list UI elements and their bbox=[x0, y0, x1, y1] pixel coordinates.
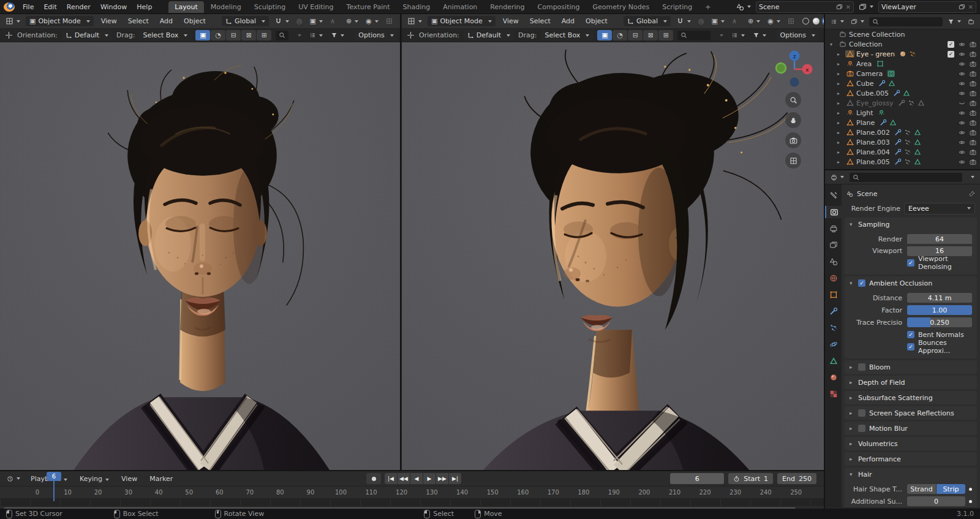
tab-modifiers[interactable] bbox=[825, 305, 842, 317]
exclude-checkbox[interactable]: ✓ bbox=[948, 41, 954, 48]
play-button[interactable]: ▶ bbox=[423, 473, 435, 484]
show-gizmo-icon[interactable]: ⊕ bbox=[746, 16, 762, 26]
playhead[interactable]: 6 bbox=[47, 472, 61, 501]
hair-panel-header[interactable]: ▾Hair bbox=[845, 468, 977, 481]
tab-physics[interactable] bbox=[825, 338, 842, 350]
drag-mode-dropdown[interactable]: Select Box bbox=[139, 30, 191, 40]
filter-icon[interactable] bbox=[329, 30, 346, 40]
outliner-row-object[interactable]: ▸ Area bbox=[825, 59, 980, 69]
jump-to-start-button[interactable]: |◀ bbox=[385, 473, 397, 484]
expand-icon[interactable]: ▸ bbox=[837, 140, 845, 145]
viewport-denoising-checkbox[interactable]: ✓ bbox=[907, 259, 914, 267]
hide-viewport-toggle[interactable] bbox=[959, 139, 965, 146]
snap-magnet-icon[interactable] bbox=[273, 16, 291, 26]
tab-texture[interactable] bbox=[825, 388, 842, 400]
expand-icon[interactable]: ▸ bbox=[837, 100, 845, 106]
outliner-row-object[interactable]: ▸ Light bbox=[825, 108, 980, 118]
outliner-row-object[interactable]: ▸ Plane.003 bbox=[825, 137, 980, 147]
expand-icon[interactable]: ▸ bbox=[837, 130, 845, 135]
menu-object[interactable]: Object bbox=[582, 16, 611, 26]
disable-render-toggle[interactable] bbox=[970, 129, 976, 136]
select-set-button[interactable]: ▣ bbox=[195, 30, 210, 40]
expand-icon[interactable]: ▸ bbox=[837, 61, 845, 67]
menu-view[interactable]: View bbox=[499, 16, 522, 26]
menu-help[interactable]: Help bbox=[132, 2, 156, 12]
orientation-dropdown[interactable]: Global bbox=[222, 16, 269, 26]
unlink-scene-icon[interactable]: ✕ bbox=[846, 4, 851, 10]
orientation-dropdown[interactable]: Global bbox=[624, 16, 671, 26]
timeline-track-area[interactable] bbox=[0, 499, 824, 506]
outliner-row-object[interactable]: ▸ Cube.005 bbox=[825, 88, 980, 98]
editor-type-button[interactable] bbox=[405, 16, 424, 26]
tab-world[interactable] bbox=[825, 272, 842, 284]
editor-type-button[interactable] bbox=[4, 16, 22, 26]
ao-factor-slider[interactable]: 1.00 bbox=[907, 305, 972, 315]
show-overlays-icon[interactable]: ◉ bbox=[766, 16, 782, 26]
hidden-eye-icon[interactable] bbox=[959, 100, 965, 107]
snap-magnet-icon[interactable] bbox=[674, 16, 693, 26]
outliner-row-object[interactable]: ▸ Camera bbox=[825, 69, 980, 78]
ortho-toggle-icon[interactable] bbox=[785, 153, 801, 169]
tab-layout[interactable]: Layout bbox=[168, 1, 203, 13]
bloom-checkbox[interactable] bbox=[858, 363, 865, 371]
new-viewlayer-icon[interactable] bbox=[959, 4, 965, 10]
tab-compositing[interactable]: Compositing bbox=[532, 1, 586, 13]
hide-viewport-toggle[interactable] bbox=[959, 80, 965, 87]
timeline-editor-type-icon[interactable] bbox=[5, 474, 22, 484]
show-gizmo-icon[interactable]: ⊕ bbox=[344, 16, 360, 26]
start-frame-field[interactable]: Start 1 bbox=[728, 473, 773, 484]
properties-editor-type-icon[interactable] bbox=[829, 172, 846, 183]
tab-shading[interactable]: Shading bbox=[397, 1, 437, 13]
camera-view-icon[interactable] bbox=[785, 132, 801, 148]
hide-viewport-toggle[interactable] bbox=[959, 159, 965, 165]
timeline-view-menu[interactable]: View bbox=[118, 474, 141, 484]
bloom-panel-header[interactable]: ▸ Bloom bbox=[845, 360, 977, 374]
disable-render-toggle[interactable] bbox=[970, 70, 976, 77]
outliner-search-input[interactable] bbox=[869, 17, 943, 26]
outliner-row-object[interactable]: ▸ Cube bbox=[825, 78, 980, 88]
menu-add[interactable]: Add bbox=[558, 16, 578, 26]
hide-viewport-toggle[interactable] bbox=[959, 51, 965, 58]
tool-orientation-dropdown[interactable]: Default bbox=[464, 30, 514, 40]
viewlayer-browse-icon[interactable] bbox=[859, 3, 873, 11]
depth-of-field-panel-header[interactable]: ▸Depth of Field bbox=[845, 376, 977, 389]
tab-tool[interactable] bbox=[825, 189, 842, 202]
sampling-render-field[interactable]: 64 bbox=[907, 234, 972, 244]
disable-render-toggle[interactable] bbox=[970, 100, 976, 107]
current-frame-field[interactable]: 6 bbox=[670, 473, 724, 484]
toggle-xray-icon[interactable] bbox=[786, 16, 796, 26]
expand-icon[interactable]: ▸ bbox=[837, 51, 845, 57]
view-object-types-icon[interactable] bbox=[307, 30, 325, 40]
tool-extra-dropdown[interactable] bbox=[715, 30, 725, 40]
properties-search-input[interactable] bbox=[850, 173, 962, 182]
outliner-row-object[interactable]: ▸ Plane bbox=[825, 118, 980, 127]
motion-blur-checkbox[interactable] bbox=[858, 425, 865, 432]
auto-keying-button[interactable] bbox=[366, 473, 381, 484]
hide-viewport-toggle[interactable] bbox=[959, 41, 965, 48]
select-intersect-button[interactable]: ⊞ bbox=[658, 30, 673, 40]
filter-icon[interactable] bbox=[751, 30, 768, 40]
tool-extra-dropdown[interactable] bbox=[293, 30, 303, 40]
ao-trace-precision-slider[interactable]: 0.250 bbox=[907, 317, 972, 327]
end-frame-field[interactable]: End 250 bbox=[777, 473, 816, 484]
exclude-checkbox[interactable]: ✓ bbox=[948, 51, 954, 58]
expand-icon[interactable]: ▸ bbox=[837, 81, 845, 86]
next-keyframe-button[interactable]: ▶▶ bbox=[436, 473, 448, 484]
view-object-types-icon[interactable] bbox=[729, 30, 747, 40]
disable-render-toggle[interactable] bbox=[970, 159, 976, 165]
bent-normals-checkbox[interactable]: ✓ bbox=[907, 331, 914, 338]
options-dropdown[interactable]: Options bbox=[355, 30, 397, 40]
tab-rendering[interactable]: Rendering bbox=[484, 1, 530, 13]
select-subtract-button[interactable]: ⊟ bbox=[226, 30, 241, 40]
select-intersect-button[interactable]: ⊞ bbox=[257, 30, 271, 40]
outliner-filter-icon[interactable] bbox=[946, 17, 963, 27]
tab-output[interactable] bbox=[825, 222, 842, 235]
show-overlays-icon[interactable]: ◉ bbox=[364, 16, 380, 26]
new-scene-icon[interactable] bbox=[836, 4, 843, 10]
tool-orientation-dropdown[interactable]: Default bbox=[62, 30, 112, 40]
tab-sculpting[interactable]: Sculpting bbox=[248, 1, 292, 13]
disable-render-toggle[interactable] bbox=[970, 139, 976, 146]
pivot-point-icon[interactable]: ▣ bbox=[308, 16, 325, 26]
new-collection-icon[interactable] bbox=[966, 17, 976, 27]
select-extend-button[interactable]: ◔ bbox=[612, 30, 627, 40]
